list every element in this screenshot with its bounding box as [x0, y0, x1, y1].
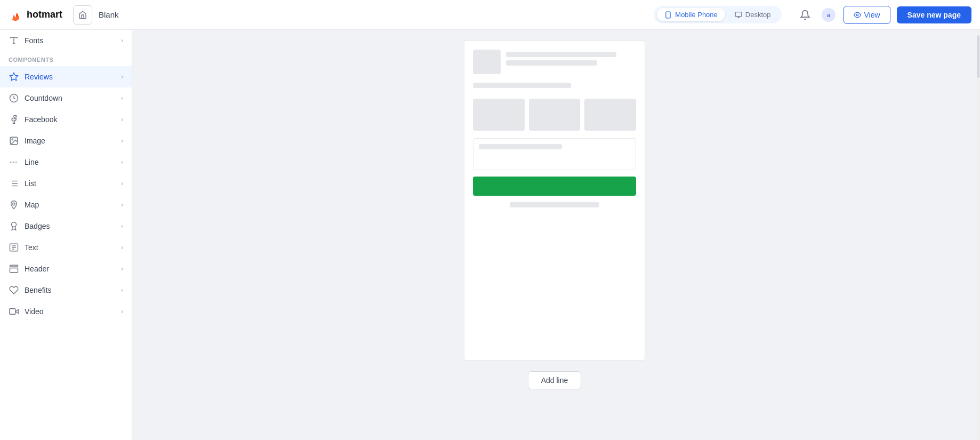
countdown-icon [9, 93, 19, 103]
reviews-label: Reviews [25, 73, 116, 81]
preview-textarea [473, 138, 636, 170]
benefits-chevron-icon: › [121, 286, 123, 294]
fonts-label: Fonts [25, 36, 116, 45]
reviews-icon [9, 71, 19, 82]
sidebar-item-benefits[interactable]: Benefits › [0, 279, 132, 301]
text-label: Text [25, 243, 116, 252]
bell-icon [800, 10, 810, 20]
line-chevron-icon: › [121, 158, 123, 166]
preview-single-line [473, 83, 571, 88]
notification-button[interactable] [797, 6, 814, 23]
preview-textarea-line [479, 144, 562, 149]
right-scrollbar-thumb [977, 35, 979, 78]
preview-block-1 [473, 50, 636, 74]
badges-label: Badges [25, 222, 116, 230]
svg-rect-27 [10, 265, 18, 267]
desktop-icon [735, 11, 742, 19]
svg-marker-29 [15, 309, 18, 314]
sidebar-item-list[interactable]: List › [0, 173, 132, 194]
list-icon [9, 178, 19, 189]
preview-caption-line [510, 202, 599, 207]
logo: hotmart [9, 7, 62, 22]
video-icon [9, 306, 19, 317]
line-icon [9, 157, 19, 167]
preview-line-1 [506, 52, 616, 57]
save-new-page-button[interactable]: Save new page [897, 6, 971, 23]
header-icon [9, 263, 19, 274]
list-label: List [25, 179, 116, 188]
components-section-label: COMPONENTS [0, 51, 132, 66]
home-icon [78, 11, 87, 19]
mobile-phone-toggle[interactable]: Mobile Phone [657, 8, 725, 21]
sidebar-item-reviews[interactable]: Reviews › [0, 66, 132, 87]
fonts-chevron-icon: › [121, 37, 123, 44]
sidebar-item-map[interactable]: Map › [0, 194, 132, 215]
view-button[interactable]: View [844, 6, 890, 24]
svg-text:a: a [827, 12, 830, 18]
sidebar: Fonts › COMPONENTS Reviews › Countdown [0, 30, 132, 440]
video-chevron-icon: › [121, 308, 123, 315]
right-scrollbar [977, 30, 980, 440]
topbar: hotmart Blank Mobile Phone Desktop [0, 0, 980, 30]
svg-rect-28 [10, 268, 18, 273]
add-line-button[interactable]: Add line [528, 371, 582, 389]
text-icon [9, 242, 19, 253]
preview-thumbnail [473, 50, 501, 74]
preview-line-2 [506, 60, 597, 66]
sidebar-item-image[interactable]: Image › [0, 130, 132, 151]
sidebar-item-text[interactable]: Text › [0, 237, 132, 258]
desktop-toggle[interactable]: Desktop [727, 8, 778, 21]
map-icon [9, 199, 19, 210]
header-chevron-icon: › [121, 265, 123, 273]
sidebar-item-fonts[interactable]: Fonts › [0, 30, 132, 51]
view-toggle: Mobile Phone Desktop [654, 6, 781, 23]
sidebar-item-badges[interactable]: Badges › [0, 215, 132, 237]
preview-card-2 [529, 99, 581, 131]
benefits-label: Benefits [25, 286, 116, 294]
svg-point-13 [12, 139, 13, 140]
preview-cards [473, 99, 636, 131]
svg-rect-30 [10, 309, 15, 315]
home-button[interactable] [73, 5, 92, 25]
benefits-icon [9, 285, 19, 295]
canvas-frame [464, 41, 645, 361]
facebook-chevron-icon: › [121, 116, 123, 123]
svg-marker-10 [10, 73, 18, 81]
badges-chevron-icon: › [121, 222, 123, 230]
topbar-right: a View Save new page [797, 6, 971, 24]
page-title: Blank [99, 10, 119, 19]
main-layout: Fonts › COMPONENTS Reviews › Countdown [0, 30, 980, 440]
map-chevron-icon: › [121, 201, 123, 209]
list-chevron-icon: › [121, 180, 123, 187]
preview-card-3 [584, 99, 636, 131]
image-icon [9, 135, 19, 146]
avatar-icon: a [822, 8, 836, 22]
svg-point-21 [13, 203, 15, 205]
sidebar-item-countdown[interactable]: Countdown › [0, 87, 132, 109]
user-avatar[interactable]: a [820, 6, 837, 23]
text-chevron-icon: › [121, 244, 123, 251]
svg-point-22 [12, 222, 17, 227]
sidebar-item-line[interactable]: Line › [0, 151, 132, 173]
eye-icon [854, 11, 861, 19]
sidebar-item-video[interactable]: Video › [0, 301, 132, 322]
map-label: Map [25, 201, 116, 209]
reviews-chevron-icon: › [121, 73, 123, 81]
fonts-icon [9, 35, 19, 46]
preview-card-1 [473, 99, 525, 131]
badges-icon [9, 221, 19, 231]
sidebar-item-header[interactable]: Header › [0, 258, 132, 279]
line-label: Line [25, 158, 116, 166]
header-label: Header [25, 265, 116, 273]
canvas-area: Add line [132, 30, 977, 440]
sidebar-item-facebook[interactable]: Facebook › [0, 109, 132, 130]
preview-text-lines [506, 50, 636, 74]
countdown-chevron-icon: › [121, 94, 123, 102]
mobile-icon [664, 11, 672, 19]
image-chevron-icon: › [121, 137, 123, 145]
facebook-label: Facebook [25, 115, 116, 124]
video-label: Video [25, 307, 116, 316]
hotmart-logo-icon [9, 7, 23, 22]
countdown-label: Countdown [25, 94, 116, 102]
preview-cta-button [473, 177, 636, 196]
